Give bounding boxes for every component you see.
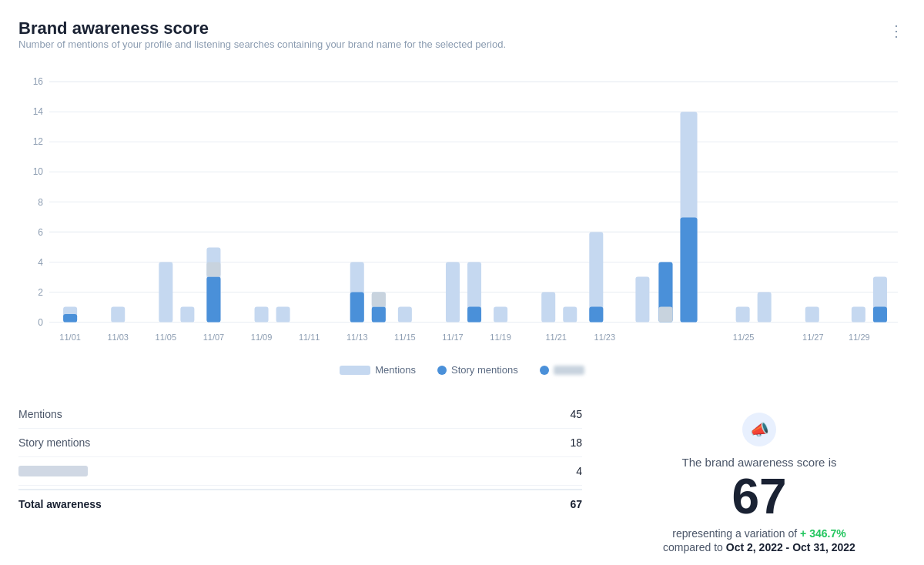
svg-rect-38: [541, 293, 555, 323]
svg-text:11/17: 11/17: [442, 333, 464, 342]
svg-text:11/15: 11/15: [394, 333, 416, 342]
svg-text:11/11: 11/11: [299, 333, 320, 342]
svg-rect-51: [852, 307, 865, 323]
svg-text:2: 2: [38, 286, 43, 297]
summary-row-mentions: Mentions 45: [18, 400, 582, 429]
svg-text:11/19: 11/19: [490, 333, 511, 342]
svg-text:11/09: 11/09: [251, 333, 273, 342]
svg-text:11/01: 11/01: [59, 333, 81, 342]
svg-rect-41: [589, 307, 603, 323]
svg-rect-39: [563, 307, 577, 323]
svg-text:16: 16: [33, 76, 43, 87]
svg-rect-19: [63, 314, 77, 323]
summary-row-total: Total awareness 67: [18, 489, 582, 518]
svg-text:11/25: 11/25: [733, 333, 755, 342]
score-panel: 📣 The brand awareness score is 67 repres…: [613, 400, 906, 565]
summary-section: Mentions 45 Story mentions 18 4 Total aw…: [18, 400, 906, 565]
total-value: 67: [570, 498, 582, 510]
svg-text:10: 10: [33, 166, 43, 177]
legend-mentions-label: Mentions: [375, 364, 416, 376]
compared-prefix: compared to: [663, 541, 723, 553]
svg-rect-22: [180, 307, 194, 323]
svg-text:6: 6: [38, 226, 43, 237]
svg-text:11/21: 11/21: [545, 333, 567, 342]
compared-date: Oct 2, 2022 - Oct 31, 2022: [726, 541, 855, 553]
page-title: Brand awareness score: [18, 18, 506, 38]
svg-rect-48: [736, 307, 750, 323]
bar-chart: 16 14 12 10 8 6 4 2 0: [18, 65, 906, 358]
svg-rect-31: [372, 307, 386, 323]
mentions-color-swatch: [340, 366, 370, 375]
svg-text:12: 12: [33, 136, 43, 147]
summary-row-story: Story mentions 18: [18, 429, 582, 457]
svg-rect-45: [658, 307, 672, 323]
variation-value: + 346.7%: [800, 527, 846, 540]
megaphone-icon: 📣: [742, 413, 776, 446]
svg-rect-36: [467, 307, 481, 323]
svg-rect-42: [635, 276, 649, 322]
svg-rect-29: [350, 293, 364, 323]
svg-rect-37: [494, 307, 507, 323]
more-options-icon[interactable]: ⋮: [889, 22, 906, 40]
brand-score-number: 67: [732, 472, 786, 521]
total-label: Total awareness: [18, 498, 102, 510]
brand-score-label: The brand awareness score is: [682, 456, 837, 469]
svg-rect-32: [372, 293, 386, 307]
svg-text:14: 14: [33, 106, 43, 117]
mentions-label: Mentions: [18, 408, 62, 420]
svg-text:8: 8: [38, 196, 43, 207]
variation-row: representing a variation of + 346.7%: [672, 527, 845, 540]
svg-rect-33: [398, 307, 412, 323]
svg-rect-50: [805, 307, 819, 323]
story-value: 18: [570, 436, 582, 449]
chart-svg: 16 14 12 10 8 6 4 2 0: [18, 65, 906, 358]
page-subtitle: Number of mentions of your profile and l…: [18, 38, 506, 50]
svg-rect-25: [206, 262, 220, 276]
variation-prefix: representing a variation of: [672, 527, 797, 540]
svg-text:4: 4: [38, 256, 43, 267]
summary-left: Mentions 45 Story mentions 18 4 Total aw…: [18, 400, 613, 565]
legend-mentions: Mentions: [340, 364, 416, 376]
svg-rect-24: [206, 276, 220, 322]
legend-story: Story mentions: [437, 364, 518, 376]
svg-text:11/29: 11/29: [849, 333, 870, 342]
blurred-value: 4: [576, 465, 582, 477]
compared-row: compared to Oct 2, 2022 - Oct 31, 2022: [663, 541, 855, 553]
svg-text:11/23: 11/23: [594, 333, 616, 342]
story-color-dot: [437, 366, 447, 375]
svg-text:11/03: 11/03: [107, 333, 129, 342]
svg-text:11/07: 11/07: [203, 333, 225, 342]
svg-rect-27: [276, 307, 290, 323]
blurred-label: [18, 466, 88, 476]
svg-text:0: 0: [38, 316, 43, 327]
blurred-color-swatch: [554, 366, 584, 375]
summary-row-blurred: 4: [18, 457, 582, 486]
svg-rect-20: [111, 307, 125, 323]
svg-rect-26: [255, 307, 269, 323]
svg-text:11/05: 11/05: [156, 333, 177, 342]
story-label: Story mentions: [18, 436, 90, 449]
legend-story-label: Story mentions: [451, 364, 518, 376]
chart-legend: Mentions Story mentions: [18, 364, 906, 376]
svg-rect-21: [159, 262, 172, 322]
svg-rect-34: [446, 262, 460, 322]
blurred-color-dot: [540, 366, 549, 375]
svg-rect-53: [873, 307, 887, 323]
mentions-value: 45: [570, 408, 582, 420]
svg-rect-49: [758, 293, 772, 323]
svg-text:11/27: 11/27: [802, 333, 824, 342]
svg-rect-47: [680, 217, 697, 322]
svg-text:11/13: 11/13: [346, 333, 368, 342]
page-header: Brand awareness score Number of mentions…: [18, 18, 906, 62]
legend-blurred: [540, 366, 584, 375]
